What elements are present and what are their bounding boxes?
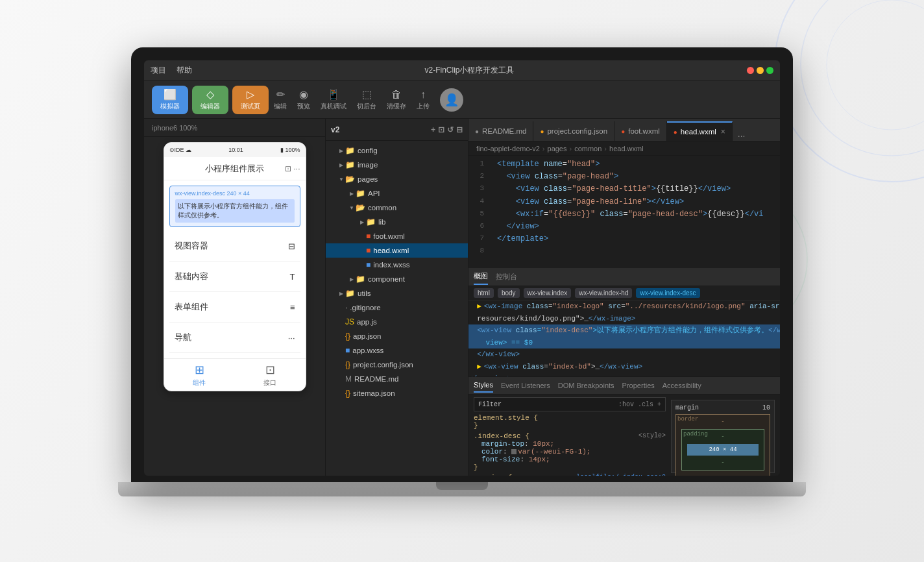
editor-label: 编辑器 [201,102,220,111]
tree-item-project-config[interactable]: {} project.config.json [326,358,468,372]
collapse-all-icon[interactable]: ⊟ [456,125,463,134]
tab-foot-wxml[interactable]: ● foot.wxml [614,121,667,141]
tree-item-lib[interactable]: ▶ 📁 lib [326,215,468,229]
debug-element-code[interactable]: ▶<wx-image class="index-logo" src="../re… [468,300,780,376]
styles-tab-styles[interactable]: Styles [474,378,493,393]
phone-title: 小程序组件展示 [205,163,264,175]
user-avatar[interactable]: 👤 [440,88,463,112]
tree-item-index-wxss[interactable]: ■ index.wxss [326,258,468,272]
box-model-padding-bottom-value: - [685,458,761,467]
test-label: 测试页 [241,102,260,111]
tree-label-index-wxss: index.wxss [373,261,409,269]
styles-prop-color: color: var(--weui-FG-1); [474,448,666,456]
phone-tab-api-icon: ⊡ [265,363,275,377]
clear-cache-label: 清缓存 [387,102,406,111]
editor-mode-btn[interactable]: ◇ 编辑器 [192,86,228,114]
tree-item-app-json[interactable]: {} app.json [326,329,468,343]
device-debug-action[interactable]: 📱 真机调试 [321,88,346,111]
ide-menu: 项目 帮助 [151,65,192,76]
upload-action[interactable]: ↑ 上传 [417,89,430,111]
clear-cache-action[interactable]: 🗑 清缓存 [387,89,406,111]
simulator-mode-btn[interactable]: ⬜ 模拟器 [152,86,188,114]
tab-readme[interactable]: ● README.md [468,121,533,141]
styles-rule-element: element.style { } [474,414,666,430]
minimize-btn[interactable] [757,67,764,74]
styles-tab-dom-breakpoints[interactable]: DOM Breakpoints [558,379,614,392]
edit-icon: ✏ [276,88,285,101]
phone-menu-icon-4: ··· [288,333,295,343]
tab-more-icon[interactable]: ··· [733,130,751,141]
code-line-3: 3 <view class="page-head-title">{{title}… [468,183,780,195]
test-icon: ▷ [247,88,254,101]
tab-head-wxml-close[interactable]: × [721,127,725,136]
code-editor[interactable]: 1 <template name="head"> 2 <view class="… [468,156,780,268]
phone-bottom-tabs: ⊞ 组件 ⊡ 接口 [164,358,306,391]
breadcrumb-sep-3: › [604,145,607,153]
debug-line-1: ▶<wx-image class="index-logo" src="../re… [468,300,780,313]
styles-rule-close-index-desc: } [474,463,666,471]
styles-tab-accessibility[interactable]: Accessibility [663,379,701,392]
preview-label: 预览 [297,102,310,111]
phone-more-icon[interactable]: ··· [293,164,300,173]
tree-item-foot-wxml[interactable]: ■ foot.wxml [326,229,468,243]
phone-menu-item-2[interactable]: 基础内容 T [169,262,300,292]
test-mode-btn[interactable]: ▷ 测试页 [232,86,269,114]
styles-tab-event-listeners[interactable]: Event Listeners [501,379,550,392]
tree-item-image[interactable]: ▶ 📁 image [326,158,468,172]
debug-tag-wx-view-index-desc[interactable]: wx-view.index-desc [636,288,699,298]
debug-tab-console[interactable]: 控制台 [496,269,517,284]
code-line-5: 5 <wx:if="{{desc}}" class="page-head-des… [468,208,780,221]
menu-help[interactable]: 帮助 [176,65,192,76]
background-action[interactable]: ⬚ 切后台 [357,88,376,111]
debug-tag-wx-view-index-hd[interactable]: wx-view.index-hd [575,288,632,298]
phone-tab-api[interactable]: ⊡ 接口 [235,359,306,391]
simulator-panel: iphone6 100% ⊙IDE ☁ 10:01 ▮ 100% [144,119,326,476]
tab-head-wxml[interactable]: ● head.wxml × [667,121,733,141]
tree-item-head-wxml[interactable]: ■ head.wxml [326,243,468,258]
box-model-content: 240 × 44 [687,444,759,456]
tree-item-component[interactable]: ▶ 📁 component [326,272,468,286]
new-file-icon[interactable]: + [431,125,435,134]
debug-tag-wx-view-index[interactable]: wx-view.index [524,288,572,298]
phone-menu-label-2: 基础内容 [175,271,208,282]
file-tree-toolbar: + ⊡ ↺ ⊟ [431,125,463,134]
chevron-icon: ▶ [359,219,365,225]
tree-item-sitemap[interactable]: {} sitemap.json [326,386,468,400]
upload-icon: ↑ [420,89,426,101]
refresh-icon[interactable]: ↺ [447,125,454,134]
styles-tab-properties[interactable]: Properties [622,379,655,392]
menu-project[interactable]: 项目 [151,65,166,76]
debug-tag-html[interactable]: html [474,288,494,298]
styles-rule-header-element: element.style { [474,414,666,422]
box-model-margin-value: 10 [762,404,770,411]
close-btn[interactable] [747,67,754,74]
styles-source-wx-view[interactable]: localfile:/.index.css:2 [576,474,666,476]
tree-item-api[interactable]: ▶ 📁 API [326,186,468,201]
tree-item-app-js[interactable]: JS app.js [326,315,468,329]
maximize-btn[interactable] [766,67,773,74]
phone-menu-item-4[interactable]: 导航 ··· [169,323,300,353]
laptop-wrapper: 项目 帮助 v2-FinClip小程序开发工具 ⬜ 模拟器 [121,47,803,515]
tree-item-config[interactable]: ▶ 📁 config [326,143,468,158]
preview-action[interactable]: ◉ 预览 [297,88,310,111]
edit-action[interactable]: ✏ 编辑 [274,88,287,111]
phone-tab-components[interactable]: ⊞ 组件 [164,359,235,391]
tree-item-common[interactable]: ▼ 📂 common [326,201,468,215]
debug-tag-body[interactable]: body [498,288,520,298]
chevron-icon: ▶ [349,276,354,282]
phone-menu-item-3[interactable]: 表单组件 ≡ [169,292,300,323]
folder-utils-icon: 📁 [345,289,355,298]
tree-item-gitignore[interactable]: · .gitignore [326,300,468,315]
debug-line-5: </wx-view> [468,348,780,361]
tree-item-readme[interactable]: M README.md [326,372,468,386]
phone-expand-icon[interactable]: ⊡ [285,164,291,173]
debug-line-4: view> == $0 [468,337,780,349]
tree-item-app-wxss[interactable]: ■ app.wxss [326,343,468,358]
debug-tab-overview[interactable]: 概图 [474,269,488,285]
tree-item-utils[interactable]: ▶ 📁 utils [326,286,468,300]
tree-item-pages[interactable]: ▼ 📂 pages [326,172,468,186]
tab-project-config[interactable]: ● project.config.json [533,121,614,141]
tree-label-sitemap: sitemap.json [353,389,395,397]
phone-menu-item-1[interactable]: 视图容器 ⊟ [169,231,300,262]
new-folder-icon[interactable]: ⊡ [438,125,444,134]
